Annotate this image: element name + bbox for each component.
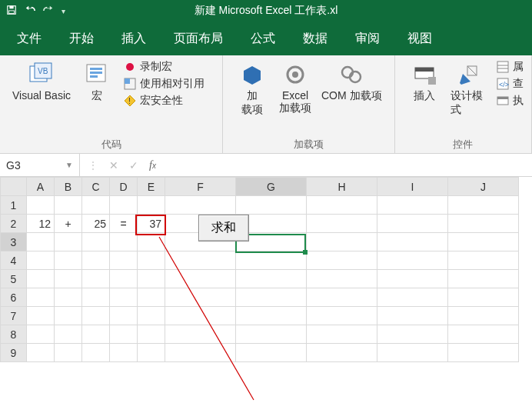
col-header-A[interactable]: A: [27, 178, 55, 196]
undo-icon[interactable]: [25, 5, 35, 18]
ribbon-group-controls: 插入 设计模式 属 </> 查 执 控件: [395, 55, 532, 153]
svg-rect-32: [497, 97, 508, 99]
svg-rect-8: [90, 72, 102, 74]
tab-formulas[interactable]: 公式: [237, 23, 289, 55]
svg-line-25: [467, 66, 477, 75]
svg-rect-2: [9, 10, 15, 13]
row-header-6[interactable]: 6: [1, 288, 27, 307]
col-header-F[interactable]: F: [165, 178, 236, 196]
col-header-I[interactable]: I: [377, 178, 448, 196]
record-macro-icon: [123, 60, 137, 74]
design-mode-button[interactable]: 设计模式: [446, 60, 491, 118]
cell-B2[interactable]: +: [55, 215, 82, 233]
design-mode-icon: [455, 62, 481, 88]
col-header-B[interactable]: B: [55, 178, 82, 196]
tab-page-layout[interactable]: 页面布局: [160, 23, 237, 55]
ribbon-group-code: VB Visual Basic 宏 录制宏 使用相对引用: [0, 55, 223, 153]
macro-security-button[interactable]: ! 宏安全性: [123, 94, 204, 108]
svg-point-10: [126, 63, 134, 71]
row-header-8[interactable]: 8: [1, 325, 27, 344]
svg-rect-21: [415, 68, 434, 72]
com-addins-icon: [338, 62, 364, 88]
svg-point-17: [292, 72, 298, 78]
record-macro-button[interactable]: 录制宏: [123, 60, 204, 74]
qat-dropdown-icon[interactable]: ▾: [62, 7, 65, 15]
cancel-formula-icon[interactable]: ✕: [109, 159, 118, 172]
save-icon[interactable]: [6, 5, 17, 18]
formula-bar[interactable]: ⋮ ✕ ✓ fx: [80, 154, 532, 176]
row-header-5[interactable]: 5: [1, 270, 27, 288]
addins-icon: [239, 62, 265, 88]
redo-icon[interactable]: [43, 5, 54, 18]
tab-home[interactable]: 开始: [55, 23, 108, 55]
svg-text:</>: </>: [499, 81, 509, 88]
row-header-2[interactable]: 2: [1, 215, 27, 233]
tab-data[interactable]: 数据: [289, 23, 341, 55]
ribbon: VB Visual Basic 宏 录制宏 使用相对引用: [0, 55, 532, 154]
excel-addins-button[interactable]: Excel 加载项: [274, 60, 317, 117]
cell-D2[interactable]: =: [110, 215, 138, 233]
macros-button[interactable]: 宏: [75, 60, 118, 105]
enter-formula-icon[interactable]: ✓: [129, 159, 138, 172]
svg-rect-22: [428, 77, 436, 85]
insert-control-icon: [411, 62, 437, 88]
grid-table[interactable]: A B C D E F G H I J 1 2 12 + 25 = 37 3 4…: [0, 177, 519, 362]
col-header-J[interactable]: J: [448, 178, 519, 196]
properties-icon: [496, 60, 510, 74]
cell-E2[interactable]: 37: [138, 215, 165, 233]
ribbon-group-addins: 加 载项 Excel 加载项 COM 加载项 加载项: [223, 55, 395, 153]
col-header-H[interactable]: H: [307, 178, 377, 196]
row-header-4[interactable]: 4: [1, 251, 27, 270]
use-relative-references-button[interactable]: 使用相对引用: [123, 77, 204, 91]
visual-basic-button[interactable]: VB Visual Basic: [8, 60, 75, 103]
cell-C2[interactable]: 25: [82, 215, 110, 233]
col-header-D[interactable]: D: [110, 178, 138, 196]
row-header-3[interactable]: 3: [1, 233, 27, 251]
fx-icon[interactable]: fx: [149, 159, 156, 172]
tab-insert[interactable]: 插入: [108, 23, 160, 55]
svg-rect-9: [90, 75, 98, 78]
macros-label: 宏: [91, 89, 102, 103]
cell-A2[interactable]: 12: [27, 215, 55, 233]
col-header-C[interactable]: C: [82, 178, 110, 196]
excel-addins-icon: [282, 62, 308, 88]
view-code-icon: </>: [496, 77, 510, 91]
row-header-9[interactable]: 9: [1, 344, 27, 362]
com-addins-button[interactable]: COM 加载项: [317, 60, 387, 105]
col-header-G[interactable]: G: [236, 178, 307, 196]
chevron-down-icon[interactable]: ▼: [65, 161, 73, 169]
row-header-7[interactable]: 7: [1, 307, 27, 325]
ribbon-group-code-label: 代码: [8, 136, 214, 152]
run-dialog-button[interactable]: 执: [496, 94, 524, 108]
visual-basic-icon: VB: [28, 62, 55, 88]
svg-rect-1: [9, 5, 13, 8]
col-header-E[interactable]: E: [138, 178, 165, 196]
tab-file[interactable]: 文件: [3, 23, 55, 55]
tab-view[interactable]: 视图: [394, 23, 446, 55]
insert-control-button[interactable]: 插入: [403, 60, 446, 105]
name-box[interactable]: G3 ▼: [0, 154, 80, 176]
quick-access-toolbar: ▾: [6, 5, 65, 18]
row-header-1[interactable]: 1: [1, 196, 27, 215]
title-bar: ▾ 新建 Microsoft Excel 工作表.xl: [0, 0, 532, 22]
window-title: 新建 Microsoft Excel 工作表.xl: [195, 4, 338, 18]
run-dialog-icon: [496, 94, 510, 108]
sum-form-button[interactable]: 求和: [198, 215, 249, 241]
view-code-button[interactable]: </> 查: [496, 77, 524, 91]
select-all-corner[interactable]: [1, 178, 27, 196]
relative-references-icon: [123, 77, 137, 91]
svg-marker-15: [244, 66, 261, 85]
worksheet[interactable]: A B C D E F G H I J 1 2 12 + 25 = 37 3 4…: [0, 177, 532, 403]
macros-icon: [84, 62, 110, 88]
svg-text:!: !: [128, 97, 131, 105]
svg-text:VB: VB: [38, 67, 48, 75]
addins-button[interactable]: 加 载项: [231, 60, 274, 118]
svg-rect-26: [497, 62, 508, 72]
svg-rect-12: [125, 78, 130, 84]
properties-button[interactable]: 属: [496, 60, 524, 74]
ribbon-group-controls-label: 控件: [403, 136, 524, 152]
formula-bar-row: G3 ▼ ⋮ ✕ ✓ fx: [0, 154, 532, 177]
svg-rect-7: [90, 68, 102, 70]
ribbon-tabs: 文件 开始 插入 页面布局 公式 数据 审阅 视图: [0, 22, 532, 55]
tab-review[interactable]: 审阅: [341, 23, 394, 55]
